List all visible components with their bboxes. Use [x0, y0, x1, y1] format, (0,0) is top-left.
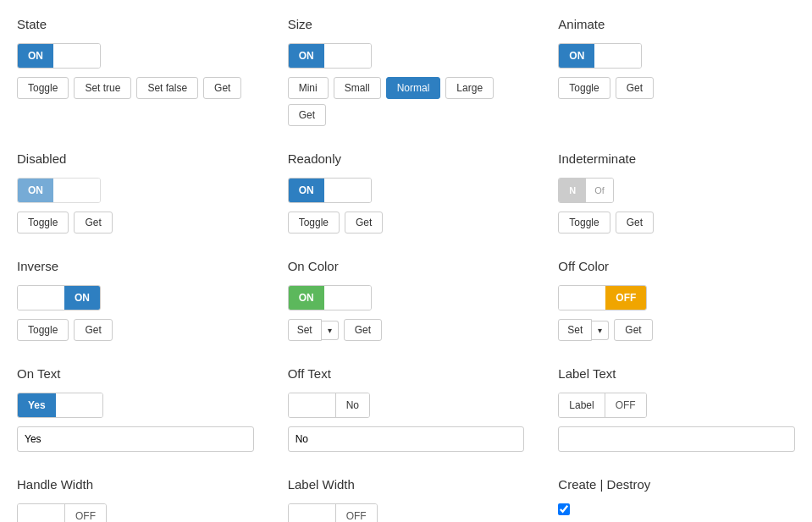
indeterminate-toggle[interactable]: N Of: [558, 178, 614, 203]
on-color-get-btn[interactable]: Get: [344, 319, 382, 341]
size-small-btn[interactable]: Small: [334, 77, 381, 99]
disabled-toggle-btn[interactable]: Toggle: [17, 212, 69, 234]
readonly-section: Readonly ON Toggle Get: [288, 151, 525, 234]
size-toggle-on[interactable]: ON: [289, 44, 324, 68]
label-width-toggle-empty[interactable]: [289, 504, 335, 522]
readonly-toggle-off[interactable]: [324, 179, 371, 202]
on-color-toggle-on[interactable]: ON: [289, 286, 324, 310]
animate-get-btn[interactable]: Get: [616, 77, 654, 99]
off-color-toggle-off-label[interactable]: OFF: [605, 286, 646, 310]
readonly-toggle[interactable]: ON: [288, 178, 372, 203]
readonly-toggle-on[interactable]: ON: [289, 179, 324, 202]
inverse-section: Inverse ON Toggle Get: [17, 259, 254, 341]
off-color-toggle-row: OFF: [558, 285, 795, 310]
label-width-toggle-off[interactable]: OFF: [335, 504, 377, 522]
handle-width-toggle-empty[interactable]: [18, 504, 64, 522]
readonly-title: Readonly: [288, 151, 525, 166]
state-toggle-on[interactable]: ON: [18, 44, 53, 68]
size-get-btn[interactable]: Get: [288, 104, 326, 126]
off-text-toggle[interactable]: No: [288, 393, 370, 418]
create-destroy-checkbox[interactable]: [558, 503, 570, 515]
state-toggle-btn[interactable]: Toggle: [17, 77, 69, 99]
size-title: Size: [288, 17, 525, 31]
off-color-toggle[interactable]: OFF: [558, 285, 647, 310]
size-toggle[interactable]: ON: [288, 43, 372, 69]
inverse-toggle-on[interactable]: ON: [64, 286, 100, 310]
create-destroy-section: Create | Destroy Create: [558, 477, 795, 522]
on-color-toggle[interactable]: ON: [288, 285, 372, 310]
indeterminate-get-btn[interactable]: Get: [616, 212, 654, 234]
animate-toggle-off[interactable]: [594, 44, 641, 68]
indeterminate-toggle-btn[interactable]: Toggle: [558, 212, 610, 234]
disabled-toggle-on[interactable]: ON: [18, 179, 53, 202]
size-toggle-off[interactable]: [324, 44, 371, 68]
disabled-toggle[interactable]: ON: [17, 178, 101, 203]
inverse-toggle-off[interactable]: [18, 286, 64, 310]
label-text-section: Label Text Label OFF: [558, 366, 795, 452]
disabled-title: Disabled: [17, 151, 254, 166]
on-color-set-btn[interactable]: Set: [288, 319, 322, 341]
on-text-input[interactable]: [17, 426, 254, 452]
state-section: State ON Toggle Set true Set false Get: [17, 17, 254, 126]
on-color-set-caret[interactable]: ▾: [322, 321, 339, 340]
label-text-off[interactable]: OFF: [605, 393, 646, 417]
off-color-set-split[interactable]: Set ▾: [558, 319, 609, 341]
animate-toggle-on[interactable]: ON: [559, 44, 594, 68]
create-destroy-title: Create | Destroy: [558, 477, 795, 492]
state-get-btn[interactable]: Get: [203, 77, 241, 99]
disabled-toggle-row: ON: [17, 178, 254, 203]
off-text-input[interactable]: [288, 426, 525, 452]
size-toggle-row: ON: [288, 43, 525, 69]
on-text-toggle-on[interactable]: Yes: [18, 393, 56, 417]
animate-toggle[interactable]: ON: [558, 43, 642, 69]
state-toggle[interactable]: ON: [17, 43, 101, 69]
animate-section: Animate ON Toggle Get: [558, 17, 795, 126]
readonly-get-btn[interactable]: Get: [345, 212, 383, 234]
size-normal-btn[interactable]: Normal: [386, 77, 441, 99]
label-text-input[interactable]: [558, 426, 795, 452]
label-width-toggle[interactable]: OFF: [288, 503, 378, 522]
size-btn-row: Mini Small Normal Large Get: [288, 77, 525, 126]
size-mini-btn[interactable]: Mini: [288, 77, 329, 99]
handle-width-title: Handle Width: [17, 477, 254, 492]
animate-toggle-btn[interactable]: Toggle: [558, 77, 610, 99]
label-text-toggle[interactable]: Label OFF: [558, 393, 646, 418]
on-color-toggle-row: ON: [288, 285, 525, 310]
label-width-title: Label Width: [288, 477, 525, 492]
off-color-set-btn[interactable]: Set: [558, 319, 592, 341]
on-color-btn-row: Set ▾ Get: [288, 319, 525, 341]
state-title: State: [17, 17, 254, 31]
indeterminate-toggle-on[interactable]: N: [559, 179, 586, 202]
on-text-toggle-off[interactable]: [56, 393, 102, 417]
disabled-toggle-off[interactable]: [53, 179, 100, 202]
off-color-btn-row: Set ▾ Get: [558, 319, 795, 341]
off-color-get-btn[interactable]: Get: [614, 319, 652, 341]
inverse-toggle-btn[interactable]: Toggle: [17, 319, 69, 341]
size-large-btn[interactable]: Large: [445, 77, 494, 99]
on-color-set-split[interactable]: Set ▾: [288, 319, 339, 341]
readonly-toggle-btn[interactable]: Toggle: [288, 212, 340, 234]
off-color-set-caret[interactable]: ▾: [592, 321, 609, 340]
state-set-true-btn[interactable]: Set true: [74, 77, 131, 99]
on-color-section: On Color ON Set ▾ Get: [288, 259, 525, 341]
off-color-section: Off Color OFF Set ▾ Get: [558, 259, 795, 341]
on-color-toggle-off[interactable]: [324, 286, 371, 310]
inverse-toggle[interactable]: ON: [17, 285, 101, 310]
state-set-false-btn[interactable]: Set false: [136, 77, 198, 99]
off-text-toggle-empty[interactable]: [289, 393, 335, 417]
off-text-toggle-off[interactable]: No: [335, 393, 369, 417]
indeterminate-toggle-off[interactable]: Of: [586, 179, 613, 202]
state-btn-row: Toggle Set true Set false Get: [17, 77, 254, 99]
label-text-label[interactable]: Label: [559, 393, 604, 417]
label-width-section: Label Width OFF: [288, 477, 525, 522]
disabled-get-btn[interactable]: Get: [74, 212, 112, 234]
on-color-title: On Color: [288, 259, 525, 273]
on-text-toggle[interactable]: Yes: [17, 393, 103, 418]
state-toggle-off[interactable]: [53, 44, 100, 68]
off-color-toggle-empty[interactable]: [559, 286, 605, 310]
inverse-get-btn[interactable]: Get: [74, 319, 112, 341]
handle-width-toggle[interactable]: OFF: [17, 503, 107, 522]
label-text-title: Label Text: [558, 366, 795, 381]
create-destroy-checkbox-row: [558, 503, 795, 515]
handle-width-toggle-off[interactable]: OFF: [64, 504, 106, 522]
